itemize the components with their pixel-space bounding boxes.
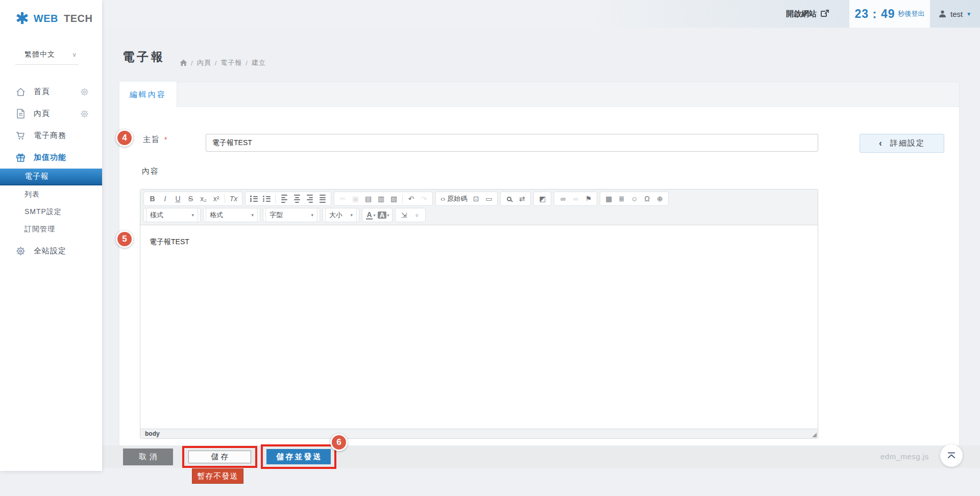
subscript-button[interactable]: x₂	[197, 193, 210, 205]
sidebar-item-pages[interactable]: 內頁	[0, 103, 102, 125]
italic-button[interactable]: I	[159, 193, 172, 205]
detail-settings-button[interactable]: ‹ 詳細設定	[860, 134, 944, 153]
sidebar-item-addons[interactable]: 加值功能	[0, 147, 102, 169]
maximize-button[interactable]: ⇲	[398, 209, 410, 221]
copy-button[interactable]: ▣	[349, 193, 362, 205]
sidebar: ✱ WEB TECH 繁體中文 ∨ 首頁 內頁	[0, 0, 102, 471]
unlink-button[interactable]: ∞	[569, 193, 582, 205]
sidebar-subitem-subscription[interactable]: 訂閱管理	[0, 221, 102, 238]
bulleted-list-button[interactable]	[260, 193, 273, 205]
show-blocks-button[interactable]: ▫	[410, 209, 423, 221]
replace-button[interactable]: ⇄	[516, 193, 528, 205]
sidebar-subitem-smtp[interactable]: SMTP設定	[0, 203, 102, 221]
toolbar-separator	[275, 195, 276, 203]
paste-text-button[interactable]: ▥	[375, 193, 387, 205]
editor-content-area[interactable]: 電子報TEST	[140, 225, 818, 429]
caret-down-icon: ▾	[251, 212, 254, 218]
link-button[interactable]: ∞	[556, 193, 569, 205]
align-justify-button[interactable]	[316, 193, 329, 205]
table-button[interactable]: ▦	[602, 193, 615, 205]
underline-icon: U	[175, 195, 180, 202]
timer-suffix: 秒後登出	[898, 9, 925, 18]
format-select[interactable]: 格式▾	[206, 208, 258, 222]
align-left-button[interactable]	[278, 193, 290, 205]
user-menu[interactable]: test ▼	[938, 0, 971, 28]
undo-icon: ↶	[408, 195, 414, 202]
gear-icon[interactable]	[80, 87, 89, 96]
subject-input[interactable]	[206, 134, 818, 152]
show-blocks-icon: ▫	[415, 211, 418, 219]
superscript-button[interactable]: x²	[210, 193, 223, 205]
templates-button[interactable]: ▭	[482, 193, 495, 205]
font-select[interactable]: 字型▾	[265, 208, 317, 222]
breadcrumb-newsletter[interactable]: 電子報	[220, 58, 242, 67]
sidebar-item-label: 內頁	[34, 109, 50, 119]
tab-edit-content[interactable]: 編輯內容	[119, 82, 177, 107]
save-button[interactable]: 儲存	[188, 451, 251, 463]
image-button[interactable]: ◩	[536, 193, 549, 205]
text-color-icon: A	[366, 211, 372, 220]
caret-down-icon: ▾	[350, 212, 353, 218]
toolbar-group: BIUSx₂x²Tx	[143, 192, 242, 206]
subject-label: 主旨*	[143, 135, 168, 145]
paste-button[interactable]: ▤	[362, 193, 375, 205]
numbered-list-icon	[250, 196, 258, 202]
sidebar-item-home[interactable]: 首頁	[0, 81, 102, 103]
language-label: 繁體中文	[24, 50, 55, 59]
special-char-button[interactable]: Ω	[641, 193, 653, 205]
find-icon	[507, 197, 511, 201]
remove-format-button[interactable]: Tx	[227, 193, 240, 205]
save-and-send-button[interactable]: 儲存並發送	[266, 449, 331, 464]
smiley-button[interactable]: ☺	[628, 193, 641, 205]
tab-label: 編輯內容	[130, 90, 166, 100]
sidebar-subitem-list[interactable]: 列表	[0, 186, 102, 203]
gift-icon	[15, 153, 26, 163]
source-button[interactable]: ‹›原始碼	[438, 193, 470, 205]
undo-button[interactable]: ↶	[405, 193, 418, 205]
session-timer[interactable]: 23：49 秒後登出	[849, 0, 930, 28]
resize-grip[interactable]	[812, 433, 817, 437]
paste-word-button[interactable]: ▧	[387, 193, 400, 205]
iframe-button[interactable]: ⊕	[653, 193, 666, 205]
toolbar-group: 字型▾	[263, 208, 320, 222]
toolbar-group: ▦≣☺Ω⊕	[600, 192, 669, 206]
format-select-label: 格式	[210, 210, 223, 220]
sidebar-item-site-settings[interactable]: 全站設定	[0, 240, 102, 262]
cancel-button[interactable]: 取消	[123, 448, 173, 465]
asterisk-logo-icon: ✱	[15, 10, 29, 27]
elements-path[interactable]: body	[145, 430, 160, 437]
anchor-icon: ⚑	[585, 195, 592, 202]
paste-icon: ▤	[365, 195, 372, 202]
toolbar-group: ∞∞⚑	[554, 192, 597, 206]
home-icon[interactable]	[180, 59, 187, 66]
align-right-button[interactable]	[303, 193, 316, 205]
redo-button[interactable]: ↷	[418, 193, 430, 205]
scroll-top-icon	[947, 452, 956, 460]
preview-button[interactable]: ⊡	[470, 193, 482, 205]
smiley-icon: ☺	[631, 195, 638, 202]
text-color-button[interactable]: A▾	[364, 209, 377, 221]
strike-button[interactable]: S	[184, 193, 197, 205]
numbered-list-button[interactable]	[248, 193, 260, 205]
size-select[interactable]: 大小▾	[325, 208, 357, 222]
align-center-button[interactable]	[290, 193, 303, 205]
styles-select[interactable]: 樣式▾	[146, 208, 198, 222]
gear-icon[interactable]	[80, 109, 89, 118]
sidebar-subitem-label: 電子報	[24, 172, 49, 181]
breadcrumb-pages[interactable]: 內頁	[197, 58, 211, 67]
find-button[interactable]	[503, 193, 516, 205]
language-selector[interactable]: 繁體中文 ∨	[15, 47, 79, 65]
bg-color-button[interactable]: A▾	[377, 209, 390, 221]
breadcrumb-create[interactable]: 建立	[252, 58, 266, 67]
horizontal-rule-button[interactable]: ≣	[615, 193, 628, 205]
sidebar-item-ecommerce[interactable]: 電子商務	[0, 125, 102, 147]
underline-button[interactable]: U	[172, 193, 184, 205]
scroll-to-top-button[interactable]	[940, 444, 963, 467]
content-card: 編輯內容 主旨* ‹ 詳細設定 內容 BIUSx₂x²Tx✂▣▤▥▧↶↷‹›原始…	[119, 82, 960, 446]
open-site-link[interactable]: 開啟網站	[786, 0, 829, 28]
person-icon	[938, 10, 947, 18]
cut-button[interactable]: ✂	[336, 193, 349, 205]
sidebar-subitem-newsletter[interactable]: 電子報	[0, 169, 102, 185]
anchor-button[interactable]: ⚑	[582, 193, 595, 205]
bold-button[interactable]: B	[146, 193, 159, 205]
